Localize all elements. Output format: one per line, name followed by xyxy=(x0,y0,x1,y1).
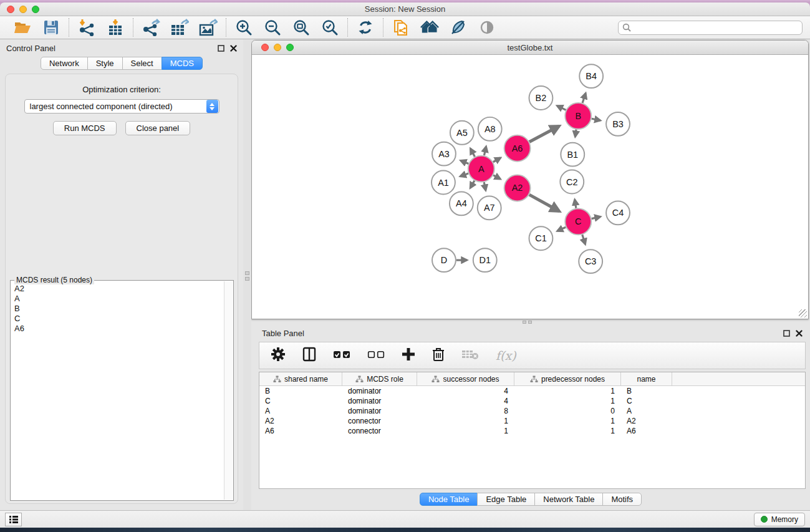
graph-edge-B-B4[interactable] xyxy=(582,94,586,103)
graph-node-C3[interactable]: C3 xyxy=(579,249,602,273)
close-panel-button[interactable]: Close panel xyxy=(125,121,191,135)
tab-network-table[interactable]: Network Table xyxy=(534,493,603,506)
search-input[interactable] xyxy=(634,22,798,34)
column-header-MCDS-role[interactable]: MCDS role xyxy=(342,372,417,385)
tab-node-table[interactable]: Node Table xyxy=(420,493,478,506)
delete-column-icon[interactable] xyxy=(432,347,445,364)
graph-node-A8[interactable]: A8 xyxy=(478,117,502,141)
table-row[interactable]: Cdominator41C xyxy=(259,396,805,406)
graph-node-D1[interactable]: D1 xyxy=(473,248,497,272)
graph-node-A3[interactable]: A3 xyxy=(432,142,456,166)
delete-table-icon[interactable] xyxy=(461,349,479,362)
graph-edge-A6-B[interactable] xyxy=(529,126,559,142)
result-scrollbar[interactable] xyxy=(224,281,233,500)
close-panel-icon[interactable] xyxy=(230,45,237,52)
graph-edge-B-B1[interactable] xyxy=(575,130,576,137)
show-hide-panel-icon[interactable] xyxy=(478,19,496,36)
run-mcds-button[interactable]: Run MCDS xyxy=(53,121,117,135)
graph-edge-C-C1[interactable] xyxy=(557,227,566,231)
graph-node-A[interactable]: A xyxy=(468,156,494,182)
column-header-predecessor-nodes[interactable]: predecessor nodes xyxy=(514,372,621,385)
import-network-icon[interactable] xyxy=(77,19,96,36)
graph-node-C[interactable]: C xyxy=(565,208,591,235)
result-item[interactable]: C xyxy=(14,314,221,324)
export-table-icon[interactable] xyxy=(170,19,189,36)
float-panel-icon[interactable] xyxy=(783,330,790,337)
graph-node-B[interactable]: B xyxy=(565,103,591,129)
graph-edge-C-C4[interactable] xyxy=(592,217,600,219)
graph-edge-A-A3[interactable] xyxy=(461,160,469,163)
graph-node-A4[interactable]: A4 xyxy=(450,191,473,215)
graph-edge-A-A6[interactable] xyxy=(493,158,501,162)
graphics-details-icon[interactable] xyxy=(449,19,468,36)
float-panel-icon[interactable] xyxy=(218,45,224,52)
graph-node-C4[interactable]: C4 xyxy=(606,201,630,225)
network-canvas[interactable]: B4B2BB3B1A5A8A3A6AA1A2A4A7C2CC4C1C3DD1 xyxy=(253,55,808,318)
table-row[interactable]: Bdominator41B xyxy=(259,386,805,396)
result-item[interactable]: A6 xyxy=(14,324,221,334)
node-table[interactable]: shared nameMCDS rolesuccessor nodesprede… xyxy=(259,372,806,489)
graph-node-A5[interactable]: A5 xyxy=(450,121,474,145)
zoom-fit-icon[interactable] xyxy=(292,19,311,36)
task-history-button[interactable] xyxy=(5,513,22,526)
graph-node-C1[interactable]: C1 xyxy=(529,226,553,250)
clone-network-icon[interactable] xyxy=(392,19,410,36)
graph-node-A7[interactable]: A7 xyxy=(478,196,501,220)
graph-edge-A-A1[interactable] xyxy=(460,173,468,177)
tab-mcds[interactable]: MCDS xyxy=(162,57,203,70)
graph-node-B3[interactable]: B3 xyxy=(606,112,630,136)
graph-edge-A-A7[interactable] xyxy=(484,182,486,190)
table-row[interactable]: A6connector11A6 xyxy=(259,426,805,436)
result-item[interactable]: A xyxy=(14,294,221,304)
export-image-icon[interactable] xyxy=(199,19,218,36)
export-network-icon[interactable] xyxy=(142,19,160,36)
graph-edge-A-A5[interactable] xyxy=(471,148,475,157)
add-column-icon[interactable] xyxy=(402,347,415,364)
close-panel-icon[interactable] xyxy=(796,330,803,337)
graph-edge-C-C3[interactable] xyxy=(582,235,586,244)
graph-node-A2[interactable]: A2 xyxy=(504,175,531,201)
graph-node-B2[interactable]: B2 xyxy=(529,86,553,110)
home-icon[interactable] xyxy=(420,19,439,36)
graph-edge-A2-C[interactable] xyxy=(529,195,559,211)
graph-node-D[interactable]: D xyxy=(432,248,456,272)
vertical-splitter[interactable] xyxy=(243,39,251,510)
graph-edge-C-C2[interactable] xyxy=(575,200,576,208)
column-visibility-icon[interactable] xyxy=(302,347,316,364)
tab-style[interactable]: Style xyxy=(87,57,123,70)
column-header-name[interactable]: name xyxy=(621,372,672,385)
function-builder-icon[interactable]: f(x) xyxy=(496,349,516,362)
table-row[interactable]: Adominator80A xyxy=(259,406,805,416)
splitter-grip-icon[interactable] xyxy=(523,321,539,324)
horizontal-splitter[interactable] xyxy=(251,319,810,325)
result-item[interactable]: A2 xyxy=(14,284,221,294)
resize-grip-icon[interactable] xyxy=(799,309,807,317)
column-header-shared-name[interactable]: shared name xyxy=(259,372,342,385)
open-session-icon[interactable] xyxy=(13,19,32,36)
graph-edge-A-A2[interactable] xyxy=(493,175,500,179)
zoom-out-icon[interactable] xyxy=(263,19,282,36)
zoom-in-icon[interactable] xyxy=(234,19,253,36)
memory-button[interactable]: Memory xyxy=(754,513,805,526)
import-table-icon[interactable] xyxy=(106,19,125,36)
graph-edge-B-B2[interactable] xyxy=(557,106,566,110)
graph-edge-B-B3[interactable] xyxy=(592,118,600,120)
graph-node-C2[interactable]: C2 xyxy=(560,170,584,194)
table-row[interactable]: A2connector11A2 xyxy=(259,416,805,426)
optimization-criterion-select[interactable]: largest connected component (directed) xyxy=(24,99,219,114)
graph-node-A6[interactable]: A6 xyxy=(504,135,531,162)
tab-motifs[interactable]: Motifs xyxy=(602,493,642,506)
settings-gear-icon[interactable] xyxy=(271,347,286,364)
graph-edge-A-A4[interactable] xyxy=(470,181,475,188)
zoom-selected-icon[interactable] xyxy=(321,19,339,36)
deselect-all-checkboxes-icon[interactable] xyxy=(367,350,385,361)
tab-select[interactable]: Select xyxy=(122,57,162,70)
column-header-successor-nodes[interactable]: successor nodes xyxy=(417,372,514,385)
save-session-icon[interactable] xyxy=(42,19,60,36)
result-item[interactable]: B xyxy=(14,304,221,314)
graph-node-B4[interactable]: B4 xyxy=(579,64,603,88)
tab-edge-table[interactable]: Edge Table xyxy=(477,493,535,506)
graph-edge-A-A8[interactable] xyxy=(484,147,486,155)
splitter-grip-icon[interactable] xyxy=(244,268,250,284)
graph-node-A1[interactable]: A1 xyxy=(432,171,455,195)
